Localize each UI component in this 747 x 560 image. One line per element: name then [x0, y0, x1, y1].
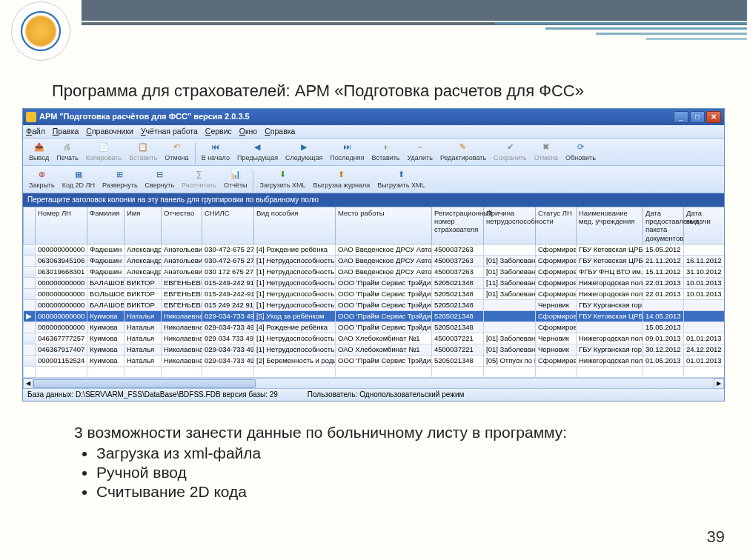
column-header[interactable]: Имя	[124, 207, 162, 244]
column-header[interactable]: Дата предоставления пакета документов	[643, 207, 684, 244]
cell[interactable]: [1] Нетрудоспособность	[254, 300, 336, 311]
cell[interactable]: 029-034-733 49	[202, 344, 254, 356]
cell[interactable]: Черновик	[536, 333, 577, 344]
cell[interactable]: [4] Рождение ребёнка	[254, 244, 336, 256]
toolbar-button-вставить[interactable]: ＋Вставить	[368, 140, 402, 164]
cell[interactable]: ООО 'Прайм Сервис Трэйдинг С.А.'	[336, 289, 432, 300]
scroll-right-button[interactable]: ▶	[714, 379, 724, 389]
cell[interactable]: 000001152524	[36, 356, 87, 367]
cell[interactable]: 029-034-733 49	[202, 311, 254, 322]
toolbar-button-закрыть[interactable]: ⊗Закрыть	[26, 167, 58, 191]
toolbar-button-редактировать[interactable]: ✎Редактировать	[437, 140, 489, 164]
cell[interactable]: 14.05.2013	[643, 311, 684, 322]
column-header[interactable]: Фамилия	[87, 207, 124, 244]
table-row[interactable]: 000000000000БОЛЬШОВВИКТОРЕВГЕНЬЕВИЧ015-2…	[24, 289, 725, 300]
cell[interactable]: Николаевна	[162, 356, 202, 367]
toolbar-button-развернуть[interactable]: ⊞Развернуть	[99, 167, 141, 191]
cell[interactable]	[484, 244, 536, 256]
cell[interactable]: [01] Заболевание	[484, 289, 536, 300]
column-header[interactable]: Регистрационный номер страхователя	[432, 207, 484, 244]
scroll-left-button[interactable]: ◀	[23, 379, 33, 389]
cell[interactable]: ООО 'Прайм Сервис Трэйдинг С.А.'	[336, 300, 432, 311]
cell[interactable]: [01] Заболевание	[484, 256, 536, 267]
cell[interactable]: 09.01.2013	[643, 333, 684, 344]
cell[interactable]: 063019668301	[36, 267, 87, 278]
cell[interactable]: 4500037221	[432, 333, 484, 344]
toolbar-button-вывод[interactable]: 📤Вывод	[26, 140, 52, 164]
toolbar-button-выгрузка-журнала[interactable]: ⬆Выгрузка журнала	[311, 167, 374, 191]
cell[interactable]	[484, 322, 536, 333]
cell[interactable]: 029-034-733 49	[202, 356, 254, 367]
cell[interactable]: Наталья	[124, 356, 162, 367]
cell[interactable]: 029 034 733 49	[202, 333, 254, 344]
maximize-button[interactable]: □	[690, 111, 705, 123]
cell[interactable]: ООО 'Прайм Сервис Трэйдинг С.А.'	[336, 311, 432, 322]
cell[interactable]: ВИКТОР	[124, 278, 162, 289]
cell[interactable]: Наталья	[124, 344, 162, 356]
cell[interactable]	[684, 244, 725, 256]
cell[interactable]: 01.05.2013	[643, 356, 684, 367]
cell[interactable]	[484, 300, 536, 311]
cell[interactable]: 10.01.2013	[684, 289, 725, 300]
grid-scrollarea[interactable]: Номер ЛНФамилияИмяОтчествоСНИЛСВид пособ…	[23, 207, 724, 379]
toolbar-button-выгрузить-xml[interactable]: ⬆Выгрузить XML	[374, 167, 428, 191]
cell[interactable]: Александр	[124, 256, 162, 267]
cell[interactable]: Куимова	[87, 322, 124, 333]
cell[interactable]: 22.01.2013	[643, 289, 684, 300]
cell[interactable]: 4500037263	[432, 267, 484, 278]
cell[interactable]: Сформирован	[536, 289, 577, 300]
toolbar-button-отмена[interactable]: ↶Отмена	[162, 140, 191, 164]
cell[interactable]: Нижегородская пол.	[577, 356, 643, 367]
cell[interactable]: Фадюшин	[87, 244, 124, 256]
cell[interactable]: 000000000000	[36, 311, 87, 322]
table-row[interactable]: 000000000000ФадюшинАлександрАнатольевич0…	[24, 244, 725, 256]
cell[interactable]: 15.05.2013	[643, 322, 684, 333]
cell[interactable]: Нижегородская пол.	[577, 278, 643, 289]
cell[interactable]	[684, 322, 725, 333]
cell[interactable]: [1] Нетрудоспособность	[254, 256, 336, 267]
cell[interactable]: Нижегородская пол.	[577, 289, 643, 300]
cell[interactable]	[577, 322, 643, 333]
cell[interactable]: ООО 'Прайм Сервис Трэйдинг С.А.'	[336, 278, 432, 289]
cell[interactable]: ГБУ Курганская гор.	[577, 300, 643, 311]
cell[interactable]: Куимова	[87, 333, 124, 344]
cell[interactable]: [1] Нетрудоспособность	[254, 278, 336, 289]
cell[interactable]: 4500037263	[432, 256, 484, 267]
cell[interactable]: 015-249-242 91	[202, 278, 254, 289]
toolbar-button-удалить[interactable]: －Удалить	[405, 140, 436, 164]
cell[interactable]: БАЛАШОВ	[87, 300, 124, 311]
close-button[interactable]: ✕	[706, 111, 721, 123]
cell[interactable]: 000000000000	[36, 244, 87, 256]
cell[interactable]: 15.11.2012	[643, 267, 684, 278]
cell[interactable]: Сформирован	[536, 267, 577, 278]
cell[interactable]: 5205021348	[432, 278, 484, 289]
menu-item[interactable]: Правка	[53, 127, 79, 136]
table-row[interactable]: 000000000000БАЛАШОВВИКТОРЕВГЕНЬЕВИЧ015 2…	[24, 300, 725, 311]
cell[interactable]: ООО 'Прайм Сервис Трэйдинг С.А.'	[336, 356, 432, 367]
cell[interactable]: Сформирован	[536, 278, 577, 289]
table-row[interactable]: 046367777257КуимоваНатальяНиколаевна029 …	[24, 333, 725, 344]
cell[interactable]: Александр	[124, 267, 162, 278]
cell[interactable]: 5205021348	[432, 322, 484, 333]
cell[interactable]: [1] Нетрудоспособность	[254, 344, 336, 356]
cell[interactable]: БОЛЬШОВ	[87, 289, 124, 300]
column-header[interactable]: Номер ЛН	[36, 207, 87, 244]
cell[interactable]: БАЛАШОВ	[87, 278, 124, 289]
toolbar-button-последняя[interactable]: ⏭Последняя	[327, 140, 367, 164]
cell[interactable]: Куимова	[87, 344, 124, 356]
toolbar-button-код-2d-лн[interactable]: ▦Код 2D ЛН	[59, 167, 98, 191]
toolbar-button-предыдущая[interactable]: ◀Предыдущая	[234, 140, 281, 164]
cell[interactable]: Нижегородская пол.	[577, 333, 643, 344]
menu-item[interactable]: Окно	[239, 127, 257, 136]
column-header[interactable]: Место работы	[336, 207, 432, 244]
column-header[interactable]: Дата выдачи	[684, 207, 725, 244]
cell[interactable]: 31.10.2012	[684, 267, 725, 278]
cell[interactable]: [11] Заболевание	[484, 278, 536, 289]
cell[interactable]: 000000000000	[36, 322, 87, 333]
cell[interactable]: Наталья	[124, 322, 162, 333]
cell[interactable]: 01.01.2013	[684, 333, 725, 344]
cell[interactable]: 15.05.2012	[643, 244, 684, 256]
toolbar-button-отчёты[interactable]: 📊Отчёты	[221, 167, 250, 191]
cell[interactable]: 5205021348	[432, 300, 484, 311]
group-by-hint[interactable]: Перетащите заголовок колонки на эту пане…	[23, 193, 724, 207]
